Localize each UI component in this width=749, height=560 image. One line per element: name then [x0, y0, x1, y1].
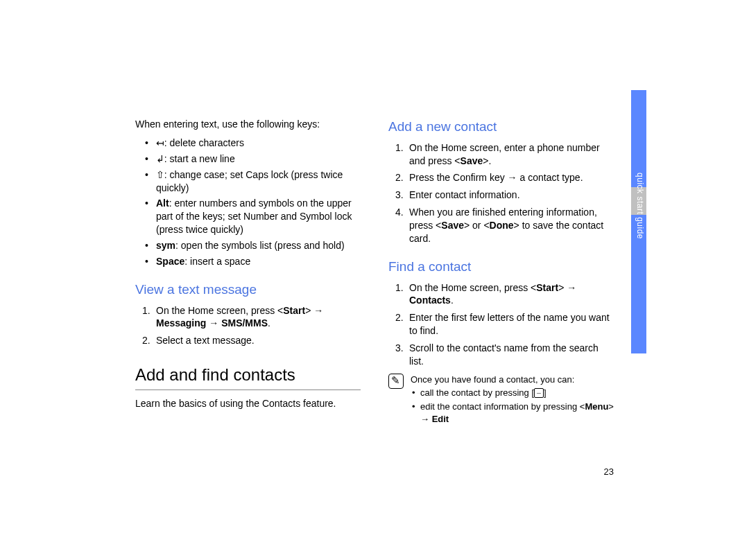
key-list: ↤: delete characters↲: start a new line⇧… [135, 137, 361, 268]
step-item: Enter contact information. [388, 189, 614, 202]
step-item: Select a text message. [135, 334, 361, 347]
view-steps: On the Home screen, press <Start> → Mess… [135, 304, 361, 348]
intro-text: When entering text, use the following ke… [135, 118, 361, 131]
note-block: Once you have found a contact, you can: … [388, 374, 614, 425]
heading-find-contact: Find a contact [388, 258, 614, 276]
note-edit: edit the contact information by pressing… [411, 401, 614, 425]
key-item: Space: insert a space [135, 255, 361, 268]
find-steps: On the Home screen, press <Start> → Cont… [388, 281, 614, 368]
learn-text: Learn the basics of using the Contacts f… [135, 397, 361, 410]
key-item: ↲: start a new line [135, 152, 361, 166]
page-number: 23 [604, 466, 614, 477]
key-item: ⇧: change case; set Caps lock (press twi… [135, 168, 361, 195]
note-head: Once you have found a contact, you can: [411, 374, 614, 386]
step-item: Enter the first few letters of the name … [388, 311, 614, 338]
heading-add-contact: Add a new contact [388, 118, 614, 136]
call-key-icon: ⏤ [534, 388, 544, 398]
key-item: sym: open the symbols list (press and ho… [135, 239, 361, 252]
step-item: Press the Confirm key → a contact type. [388, 171, 614, 184]
heading-view-message: View a text message [135, 281, 361, 299]
right-column: Add a new contact On the Home screen, en… [388, 118, 614, 425]
side-tab-label: quick start guide [635, 173, 645, 239]
key-item: ↤: delete characters [135, 137, 361, 150]
step-item: On the Home screen, enter a phone number… [388, 141, 614, 168]
new-steps: On the Home screen, enter a phone number… [388, 141, 614, 245]
left-column: When entering text, use the following ke… [135, 118, 361, 425]
key-item: Alt: enter numbers and symbols on the up… [135, 197, 361, 236]
step-item: On the Home screen, press <Start> → Cont… [388, 281, 614, 308]
note-body: Once you have found a contact, you can: … [411, 374, 614, 425]
note-call: call the contact by pressing [⏤] [411, 387, 614, 399]
step-item: On the Home screen, press <Start> → Mess… [135, 304, 361, 331]
step-item: When you are finished entering informati… [388, 206, 614, 245]
step-item: Scroll to the contact's name from the se… [388, 342, 614, 368]
note-icon [388, 374, 404, 389]
heading-add-find: Add and find contacts [135, 364, 361, 390]
